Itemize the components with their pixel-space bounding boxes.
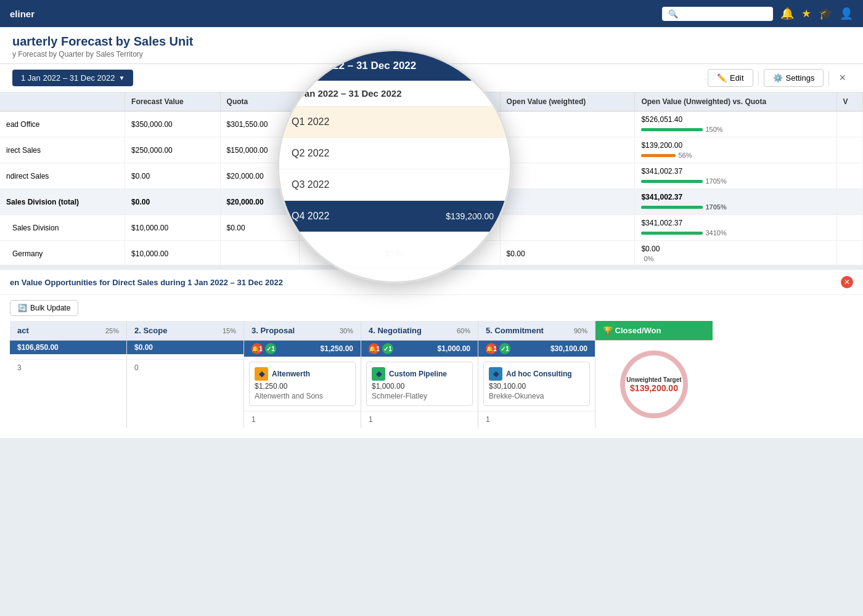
badge-green: ✓1 [265, 343, 276, 354]
graduation-icon[interactable]: 🎓 [819, 7, 832, 20]
kanban-column: 5. Commitment90% 🔔1 ✓1 $30,100.00 ◆ Ad h… [478, 321, 595, 428]
col-header-open-weighted: Open Value (weighted) [500, 92, 635, 111]
kanban-col-header: 5. Commitment90% [478, 321, 595, 341]
top-navigation: eliner 🔍 🔔 ★ 🎓 👤 [0, 0, 863, 27]
settings-button[interactable]: ⚙️ Settings [764, 69, 824, 87]
search-input[interactable] [682, 9, 767, 18]
kanban-col-footer: 3 [10, 359, 126, 376]
kanban-col-total: 🔔1 ✓1 $1,250.00 [244, 341, 361, 357]
date-range-label: 1 Jan 2022 – 31 Dec 2022 [21, 73, 115, 83]
divider [758, 71, 759, 86]
opportunities-title: en Value Opportunities for Direct Sales … [10, 278, 283, 287]
update-icon: 🔄 [18, 304, 27, 312]
bulk-update-button[interactable]: 🔄 Bulk Update [10, 300, 78, 316]
col-header-v: V [836, 92, 863, 111]
col-header-open-unweighted: Open Value (Unweighted) vs. Quota [635, 92, 836, 111]
col-header-forecast: Forecast Value [125, 92, 221, 111]
app-title: eliner [10, 9, 35, 19]
dropdown-item-q4[interactable]: Q4 2022 $139,200.00 [279, 201, 510, 232]
kanban-column: 2. Scope15% $0.00 0 [127, 321, 244, 428]
date-picker-dropdown[interactable]: 1 Jan 2022 – 31 Dec 2022 ▼ 1 Jan 2022 – … [277, 49, 512, 283]
kanban-col-header: 2. Scope15% [127, 321, 243, 341]
search-icon: 🔍 [668, 9, 678, 18]
kanban-col-header: 🏆 Closed/Won [595, 321, 713, 341]
kanban-col-header: 4. Negotiating60% [361, 321, 478, 341]
bell-icon[interactable]: 🔔 [780, 7, 794, 20]
card-icon: ◆ [372, 367, 385, 381]
card-icon: ◆ [489, 367, 502, 381]
dropdown-q4-label: Q4 2022 [292, 211, 329, 222]
table-row: Sales Division (total) [0, 189, 125, 215]
divider [828, 71, 829, 86]
kanban-col-footer: 1 [361, 411, 478, 428]
table-row: Germany [0, 241, 125, 265]
opportunities-section: en Value Opportunities for Direct Sales … [0, 270, 863, 438]
kanban-col-footer: 0 [127, 359, 243, 376]
kanban-card[interactable]: ◆ Custom Pipeline $1,000.00 Schmeler-Fla… [366, 362, 473, 406]
gear-icon: ⚙️ [773, 73, 783, 83]
card-icon: ◆ [255, 367, 268, 381]
kanban-col-total: $106,850.00 [10, 341, 126, 354]
table-row: irect Sales [0, 137, 125, 163]
page-title: uarterly Forecast by Sales Unit [12, 34, 851, 49]
target-circle: Unweighted Target $139,200.00 [620, 351, 688, 418]
kanban-col-header: act25% [10, 321, 126, 341]
kanban-board: act25% $106,850.00 3 2. Scope15% $0.00 0… [0, 321, 863, 438]
kanban-column: 4. Negotiating60% 🔔1 ✓1 $1,000.00 ◆ Cust… [361, 321, 478, 428]
kanban-col-total: 🔔1 ✓1 $30,100.00 [478, 341, 595, 357]
badge-green: ✓1 [382, 343, 393, 354]
kanban-col-total: 🔔1 ✓1 $1,000.00 [361, 341, 478, 357]
table-row: ead Office [0, 111, 125, 137]
dropdown-item-q2[interactable]: Q2 2022 [279, 138, 510, 169]
kanban-card[interactable]: ◆ Ad hoc Consulting $30,100.00 Brekke-Ok… [483, 362, 590, 406]
badge-red: 🔔1 [369, 343, 380, 354]
opportunities-close-button[interactable]: ✕ [841, 276, 853, 288]
badge-red: 🔔1 [252, 343, 263, 354]
kanban-column: 3. Proposal30% 🔔1 ✓1 $1,250.00 ◆ Altenwe… [244, 321, 361, 428]
table-row: ndirect Sales [0, 163, 125, 189]
kanban-col-total: $0.00 [127, 341, 243, 354]
dropdown-q4-amount: $139,200.00 [446, 211, 494, 221]
star-icon[interactable]: ★ [801, 7, 811, 20]
kanban-col-footer: 1 [478, 411, 595, 428]
chevron-down-icon: ▼ [119, 75, 125, 81]
user-icon[interactable]: 👤 [840, 7, 853, 20]
kanban-col-header: 3. Proposal30% [244, 321, 361, 341]
dropdown-item-q3[interactable]: Q3 2022 [279, 169, 510, 201]
col-header-quota: Quota [220, 92, 299, 111]
kanban-column: 🏆 Closed/Won Unweighted Target $139,200.… [595, 321, 713, 428]
dropdown-item-q1[interactable]: Q1 2022 [279, 107, 510, 138]
col-header-name [0, 92, 125, 111]
badge-green: ✓1 [499, 343, 510, 354]
table-row: Sales Division [0, 215, 125, 241]
badge-red: 🔔1 [486, 343, 497, 354]
search-box[interactable]: 🔍 [662, 7, 773, 21]
dropdown-sub-header[interactable]: 1 Jan 2022 – 31 Dec 2022 [279, 81, 510, 107]
edit-button[interactable]: ✏️ Edit [708, 69, 753, 87]
kanban-card[interactable]: ◆ Altenwerth $1,250.00 Altenwerth and So… [249, 362, 356, 406]
pencil-icon: ✏️ [717, 73, 727, 83]
kanban-column: act25% $106,850.00 3 [10, 321, 127, 428]
close-button[interactable]: × [834, 69, 851, 87]
date-range-button[interactable]: 1 Jan 2022 – 31 Dec 2022 ▼ [12, 70, 133, 86]
kanban-col-footer: 1 [244, 411, 361, 428]
